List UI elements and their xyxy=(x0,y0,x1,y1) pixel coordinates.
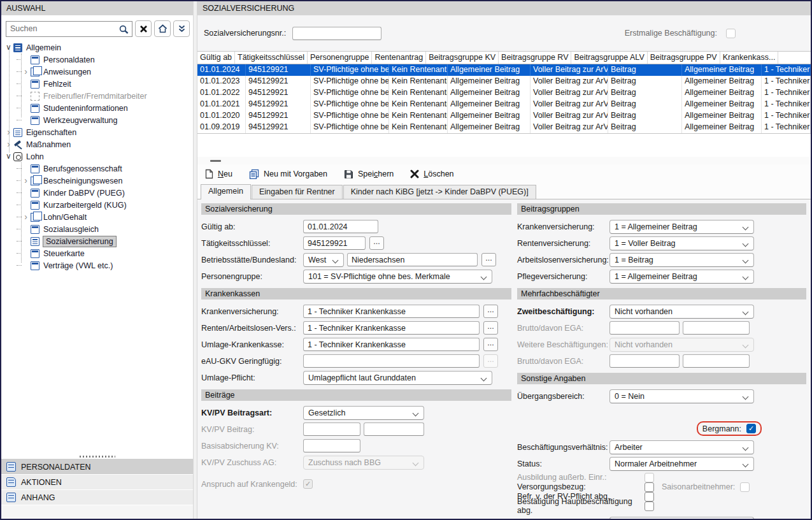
brutto-ega-1-input-2[interactable] xyxy=(683,321,750,335)
column-header[interactable]: Gültig ab xyxy=(197,52,235,64)
tree-item[interactable]: Berufsgenossenschaft xyxy=(1,162,193,175)
tree-item[interactable]: Anweisungen xyxy=(1,66,193,78)
status-select[interactable]: Normaler Arbeitnehmer xyxy=(609,457,754,471)
tree-item[interactable]: Allgemein xyxy=(1,41,193,54)
home-button[interactable] xyxy=(154,20,171,37)
column-header[interactable]: Beitragsgruppe KV xyxy=(426,52,499,64)
tree-expander[interactable] xyxy=(22,177,30,185)
panel-splitter[interactable] xyxy=(193,1,197,519)
krankenversicherung-browse-button[interactable]: ... xyxy=(483,305,498,318)
tree-expander[interactable] xyxy=(4,43,13,52)
table-row[interactable]: 01.01.2020 945129921 SV-Pflichtige ohne … xyxy=(197,110,811,122)
column-header[interactable]: Rentenantrag xyxy=(372,52,426,64)
column-header[interactable]: Beitragsgruppe RV xyxy=(499,52,571,64)
renten-arbeitslosen-input[interactable]: 1 - Techniker Krankenkasse xyxy=(303,321,480,335)
leistungsgruppe-select[interactable] xyxy=(609,517,754,520)
umlage-pflicht-select[interactable]: Umlagepflicht laut Grunddaten xyxy=(303,371,492,385)
bottom-nav-item[interactable]: AKTIONEN xyxy=(1,475,193,490)
column-header[interactable]: Personengruppe xyxy=(308,52,372,64)
search-icon[interactable] xyxy=(118,24,129,35)
tree-item[interactable]: Freiberufler/Fremdmitarbeiter xyxy=(1,90,193,102)
bundesland-input[interactable]: Niedersachsen xyxy=(347,253,478,266)
tree-item[interactable]: Kinder DaBPV (PUEG) xyxy=(1,187,193,199)
tab[interactable]: Eingaben für Rentner xyxy=(252,185,343,199)
basisabsicherung-input[interactable] xyxy=(303,439,360,452)
table-row[interactable]: 01.01.2022 945129921 SV-Pflichtige ohne … xyxy=(197,87,811,99)
column-header[interactable]: Beitragsgruppe ALV xyxy=(571,52,647,64)
umlage-krankenkasse-browse-button[interactable]: ... xyxy=(483,338,498,351)
bestaetigung-checkbox[interactable] xyxy=(645,502,654,511)
befreiung-rv-checkbox[interactable] xyxy=(645,492,654,502)
tree-expander[interactable] xyxy=(22,213,30,222)
eau-gkv-input[interactable] xyxy=(303,354,480,368)
brutto-ega-2-input-2[interactable] xyxy=(683,354,750,368)
search-input[interactable] xyxy=(6,24,132,33)
home-icon xyxy=(158,24,167,33)
tab[interactable]: Allgemein xyxy=(201,184,251,199)
pages-icon xyxy=(31,68,39,76)
tree-item[interactable]: Sozialausgleich xyxy=(1,223,193,235)
new-button[interactable]: Neu xyxy=(205,169,232,179)
table-row[interactable]: 01.01.2024 945129921 SV-Pflichtige ohne … xyxy=(197,64,811,76)
tab[interactable]: Kinder nach KiBG [jetzt -> Kinder DaBPV … xyxy=(343,185,536,199)
beschaeftigungsverhaeltnis-select[interactable]: Arbeiter xyxy=(609,440,754,454)
tree-expander[interactable] xyxy=(22,68,30,76)
tree-expander[interactable] xyxy=(4,152,13,161)
bg-arbeitslosenversicherung-select[interactable]: 1 = Beitrag xyxy=(609,253,754,267)
umlage-krankenkasse-input[interactable]: 1 - Techniker Krankenkasse xyxy=(303,338,480,351)
column-header[interactable]: Tätigkeitsschlüssel xyxy=(235,52,308,64)
tree-item[interactable]: Werkzeugverwaltung xyxy=(1,114,193,126)
tree-item[interactable]: Lohn xyxy=(1,150,193,162)
tree-item[interactable]: Steuerkarte xyxy=(1,247,193,259)
tree-item[interactable]: Bescheinigungswesen xyxy=(1,175,193,187)
tree-expander[interactable] xyxy=(4,140,13,149)
versorgungsbezug-checkbox[interactable] xyxy=(645,482,654,492)
tree-item[interactable]: Studenteninformationen xyxy=(1,102,193,114)
new-with-defaults-button[interactable]: Neu mit Vorgaben xyxy=(249,169,327,179)
erstmalig-checkbox[interactable] xyxy=(726,29,736,38)
tree-item[interactable]: Sozialversicherung xyxy=(1,235,193,247)
kv-pv-beitrag-input-2[interactable] xyxy=(364,422,424,436)
tree-item[interactable]: Maßnahmen xyxy=(1,138,193,150)
column-header[interactable]: Beitragsgruppe PV xyxy=(648,52,720,64)
taetigkeitsschluessel-input[interactable]: 945129921 xyxy=(303,236,366,250)
bundesland-browse-button[interactable]: ... xyxy=(481,253,496,266)
kv-pv-beitragsart-select[interactable]: Gesetzlich xyxy=(303,406,424,420)
tree-item[interactable]: Verträge (VWL etc.) xyxy=(1,259,193,271)
tree-item[interactable]: Personaldaten xyxy=(1,54,193,66)
kv-pv-beitrag-input-1[interactable] xyxy=(303,422,360,436)
tree-item[interactable]: Eigenschaften xyxy=(1,126,193,138)
table-row[interactable]: 01.01.2021 945129921 SV-Pflichtige ohne … xyxy=(197,99,811,110)
tree-expander[interactable] xyxy=(4,128,13,137)
expand-all-button[interactable] xyxy=(173,20,190,37)
bg-krankenversicherung-select[interactable]: 1 = Allgemeiner Beitrag xyxy=(609,220,754,234)
bergmann-checkbox[interactable] xyxy=(746,424,756,433)
gueltig-ab-input[interactable]: 01.01.2024 xyxy=(303,220,378,233)
save-button[interactable]: Speichern xyxy=(344,170,394,179)
brutto-ega-1-input-1[interactable] xyxy=(609,321,680,335)
clear-search-button[interactable] xyxy=(135,20,152,37)
betriebsstaette-select[interactable]: West xyxy=(303,253,344,267)
renten-arbeitslosen-browse-button[interactable]: ... xyxy=(483,321,498,335)
splitter-handle[interactable] xyxy=(210,160,221,162)
personengruppe-select[interactable]: 101 = SV-Pflichtige ohne bes. Merkmale xyxy=(303,270,492,284)
detail-splitter[interactable] xyxy=(197,157,811,164)
brutto-ega-2-input-1[interactable] xyxy=(609,354,680,368)
svnr-input[interactable] xyxy=(292,27,381,40)
table-row[interactable]: 01.01.2023 945129921 SV-Pflichtige ohne … xyxy=(197,76,811,87)
delete-button[interactable]: Löschen xyxy=(410,170,453,178)
sidebar-splitter-handle[interactable] xyxy=(1,454,193,459)
taetigkeitsschluessel-browse-button[interactable]: ... xyxy=(369,236,384,250)
tree-item[interactable]: Kurzarbeitergeld (KUG) xyxy=(1,199,193,211)
column-header[interactable]: Krankenkass... xyxy=(720,52,779,64)
bottom-nav-item[interactable]: PERSONALDATEN xyxy=(1,459,193,475)
tree-item[interactable]: Fehlzeit xyxy=(1,78,193,90)
zweitbeschaeftigung-select[interactable]: Nicht vorhanden xyxy=(609,305,754,319)
bg-rentenversicherung-select[interactable]: 1 = Voller Beitrag xyxy=(609,236,754,250)
krankenversicherung-input[interactable]: 1 - Techniker Krankenkasse xyxy=(303,305,480,318)
table-row[interactable]: 01.09.2019 945129921 SV-Pflichtige ohne … xyxy=(197,122,811,133)
bg-pflegeversicherung-select[interactable]: 1 = Allgemeiner Beitrag xyxy=(609,270,754,284)
bottom-nav-item[interactable]: ANHANG xyxy=(1,490,193,505)
uebergangsbereich-select[interactable]: 0 = Nein xyxy=(609,389,754,403)
tree-item[interactable]: Lohn/Gehalt xyxy=(1,211,193,223)
